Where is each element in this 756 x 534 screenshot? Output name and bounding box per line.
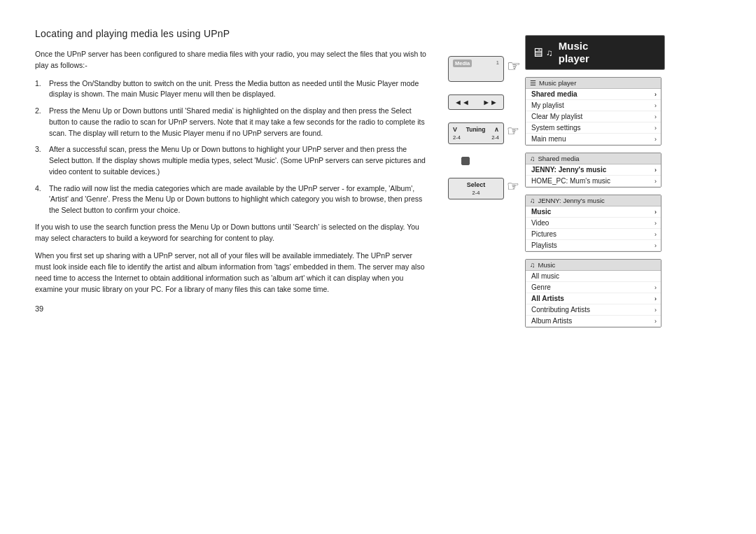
screen1-item-1-label: My playlist: [531, 101, 564, 109]
diagrams-area: Media 1 ☞ ◄◄ ►► V Tunin: [441, 28, 511, 513]
screen4-header: ♫ Music: [526, 260, 661, 271]
step-2-num: 2.: [35, 106, 45, 139]
diagram-select: Select 2-4 ☞: [448, 178, 504, 199]
screen2-item-0-chevron: ›: [654, 167, 657, 174]
screen1-item-3-label: System settings: [531, 124, 581, 132]
screen4-item-0: All music: [526, 271, 661, 282]
music-player-icon: 🖥 ♫: [531, 45, 553, 60]
screen4-item-3: Contributing Artists ›: [526, 304, 661, 316]
v-label: V: [453, 126, 457, 133]
tuning-label: Tuning: [466, 126, 486, 133]
screen2-item-1-label: HOME_PC: Mum's music: [531, 177, 610, 185]
screen2-header: ♫ Shared media: [526, 153, 661, 164]
menu-icon-2: ♫: [530, 155, 536, 162]
diagram-tuning: V Tuning ∧ 2-4 2-4 ☞: [448, 122, 504, 144]
screen1-item-1: My playlist ›: [526, 100, 661, 111]
intro-text: Once the UPnP server has been configured…: [35, 49, 427, 71]
screen3-item-1-label: Video: [531, 219, 549, 227]
music-player-title-line2: player: [559, 52, 589, 65]
screen1-item-0-chevron: ›: [654, 91, 657, 98]
main-content: Locating and playing media les using UPn…: [35, 28, 721, 513]
num-2-4c: 2-4: [453, 190, 499, 196]
screen1-item-2-label: Clear My playlist: [531, 113, 582, 120]
screen4-item-3-chevron: ›: [654, 307, 657, 314]
screen4-item-2-chevron: ›: [654, 295, 657, 302]
screen4-item-1-chevron: ›: [654, 284, 657, 291]
screen1-item-2-chevron: ›: [654, 113, 657, 120]
screen-jenny-music: ♫ JENNY: Jenny's music Music › Video › P…: [525, 195, 662, 252]
screen-music-player: ☰ Music player Shared media › My playlis…: [525, 77, 662, 146]
tuning-device: V Tuning ∧ 2-4 2-4: [448, 122, 504, 144]
screen1-item-1-chevron: ›: [654, 102, 657, 109]
step-3-num: 3.: [35, 144, 45, 177]
step-2-text: Press the Menu Up or Down buttons until …: [49, 106, 427, 139]
media-device: Media 1: [448, 56, 504, 82]
screen4-item-4: Album Artists ›: [526, 316, 661, 327]
menu-icon-4: ♫: [530, 261, 536, 269]
step-4-num: 4.: [35, 183, 45, 216]
screen4-item-4-chevron: ›: [654, 318, 657, 325]
menu-icon-1: ☰: [530, 79, 536, 87]
screen3-item-3-chevron: ›: [654, 242, 657, 249]
screen1-item-0: Shared media ›: [526, 89, 661, 100]
music-player-title-line1: Music: [559, 40, 589, 52]
screen4-item-4-label: Album Artists: [531, 317, 572, 325]
screen-music-categories: ♫ Music All music Genre › All Artists › …: [525, 259, 662, 328]
screen1-item-3: System settings ›: [526, 122, 661, 134]
screen1-item-2: Clear My playlist ›: [526, 111, 661, 122]
screen4-item-2: All Artists ›: [526, 293, 661, 304]
screen4-header-text: Music: [538, 261, 556, 269]
select-device: Select 2-4: [448, 178, 504, 199]
diagram-media: Media 1 ☞: [448, 56, 504, 82]
screen4-item-1: Genre ›: [526, 282, 661, 293]
skip-buttons: ◄◄ ►►: [448, 94, 504, 110]
screen3-item-3-label: Playlists: [531, 241, 557, 249]
screen3-header: ♫ JENNY: Jenny's music: [526, 195, 661, 206]
screen2-item-1: HOME_PC: Mum's music ›: [526, 176, 661, 187]
screen2-item-0-label: JENNY: Jenny's music: [531, 166, 606, 174]
media-button-label: Media: [453, 59, 472, 67]
music-player-display: 🖥 ♫ Music player: [525, 35, 665, 70]
screen3-item-0: Music ›: [526, 206, 661, 218]
select-label: Select: [453, 181, 499, 188]
music-player-title-block: Music player: [559, 40, 589, 65]
screen3-item-2: Pictures ›: [526, 229, 661, 240]
screen1-item-4-chevron: ›: [654, 136, 657, 143]
screen2-header-text: Shared media: [538, 155, 580, 162]
screen3-item-2-label: Pictures: [531, 230, 556, 238]
skip-back-icon: ◄◄: [454, 98, 470, 106]
diagram-arrows: ◄◄ ►►: [448, 94, 504, 110]
step-1: 1. Press the On/Standby button to switch…: [35, 78, 427, 101]
screen1-item-4-label: Main menu: [531, 135, 566, 143]
screen4-item-0-label: All music: [531, 272, 559, 280]
steps-list: 1. Press the On/Standby button to switch…: [35, 78, 427, 216]
step-1-text: Press the On/Standby button to switch on…: [49, 78, 427, 101]
screen1-item-4: Main menu ›: [526, 134, 661, 145]
screen1-header-text: Music player: [539, 79, 576, 87]
hand-icon-3: ☞: [507, 178, 519, 195]
screen1-item-3-chevron: ›: [654, 125, 657, 132]
step-2: 2. Press the Menu Up or Down buttons unt…: [35, 106, 427, 139]
screen4-item-3-label: Contributing Artists: [531, 306, 590, 314]
screen-shared-media: ♫ Shared media JENNY: Jenny's music › HO…: [525, 153, 662, 188]
screen3-item-3: Playlists ›: [526, 240, 661, 251]
hand-icon-1: ☞: [507, 57, 521, 76]
screen1-item-0-label: Shared media: [531, 90, 578, 98]
page-number: 39: [35, 304, 427, 313]
btn-num-1: 1: [496, 59, 499, 66]
screen3-item-1-chevron: ›: [654, 220, 657, 227]
right-column: 🖥 ♫ Music player ☰ Music player Shared m…: [525, 28, 665, 513]
screen1-header: ☰ Music player: [526, 78, 661, 89]
continuation-text: If you wish to use the search function p…: [35, 222, 427, 244]
skip-forward-icon: ►►: [482, 98, 498, 106]
hand-icon-2: ☞: [507, 122, 519, 139]
num-2-4b: 2-4: [491, 134, 499, 141]
screen3-item-0-label: Music: [531, 208, 551, 216]
step-3-text: After a successful scan, press the Menu …: [49, 144, 427, 177]
page: Locating and playing media les using UPn…: [0, 0, 756, 534]
screen3-item-2-chevron: ›: [654, 231, 657, 238]
step-3: 3. After a successful scan, press the Me…: [35, 144, 427, 177]
notes-icon: ♫: [546, 48, 553, 58]
screen4-item-1-label: Genre: [531, 283, 551, 291]
monitor-icon: 🖥: [531, 45, 544, 60]
